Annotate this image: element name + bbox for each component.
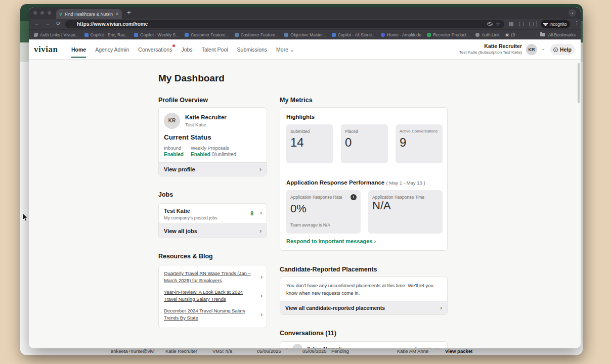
eye-off-icon[interactable] (487, 22, 493, 26)
doc-icon (84, 33, 89, 37)
extension-icon-1[interactable] (509, 22, 513, 26)
arp-heading: Application Response Performance ( May 1… (286, 179, 425, 186)
help-button[interactable]: i Help (550, 44, 575, 55)
address-bar[interactable]: https://www.vivian.com/home ☆ (65, 20, 504, 28)
bookmarks-list: Auth Links | Vivian... Copilot - Eric, R… (34, 32, 515, 37)
bookmark-item[interactable]: Copilot - All Storie... (332, 32, 376, 37)
mouse-cursor (22, 213, 28, 222)
blog-link-row[interactable]: Year-in-Review: A Look Back at 2024 Trav… (164, 289, 263, 303)
respond-messages-link[interactable]: Respond to important messages › (286, 238, 376, 244)
jobs-item-title[interactable]: Test Katie (164, 208, 190, 214)
stat-tile-submitted: Submitted 14 (286, 124, 333, 163)
inbound-value: Enabled (164, 152, 184, 157)
nav-jobs[interactable]: Jobs (181, 39, 192, 60)
bookmark-item[interactable]: Copilot - Weekly S... (134, 32, 179, 37)
bookmarks-divider (537, 32, 537, 37)
tab-strip: V Find Healthcare & Nursing Jo ✕ + ⌄ (29, 7, 581, 19)
blog-link[interactable]: Quarterly Travel RN Wage Trends (Jan – M… (164, 270, 251, 284)
browser-toolbar: ← → ⟳ https://www.vivian.com/home ☆ Inco… (29, 19, 581, 29)
bg-cell-date2: 05/06/2025 (302, 348, 327, 354)
weekly-proposals-label: Weekly Proposals (191, 145, 229, 151)
current-status-heading: Current Status (164, 133, 211, 141)
bookmark-item[interactable]: Objective Master... (284, 32, 326, 37)
chevron-right-icon: › (440, 304, 442, 311)
new-tab-button[interactable]: + (127, 9, 131, 16)
inbound-label: Inbound (164, 145, 181, 151)
bookmark-item[interactable]: Recruiter Product... (427, 32, 470, 37)
profile-subtitle: Test Katie (185, 122, 206, 127)
profile-card: KR Katie Recruiter Test Katie Current St… (158, 107, 267, 176)
placements-message: You don't have any unconfirmed placement… (286, 282, 438, 297)
main-nav: Home Agency Admin Conversations Jobs Tal… (71, 39, 294, 60)
reload-button[interactable]: ⟳ (56, 20, 61, 27)
globe-icon (475, 33, 479, 37)
page-scrollbar[interactable] (578, 63, 580, 103)
info-icon[interactable]: i (351, 194, 357, 200)
chevron-right-icon: › (260, 311, 263, 318)
user-menu-chevron-icon[interactable]: ⌄ (541, 46, 545, 51)
window-zoom-button[interactable] (48, 11, 51, 15)
bookmark-item[interactable]: Customer Feature... (185, 32, 229, 37)
doc-icon (332, 33, 336, 37)
weekly-proposals-value: Enabled 0/unlimited (191, 152, 236, 157)
nav-conversations[interactable]: Conversations (138, 39, 172, 60)
extension-icon-3[interactable] (529, 22, 534, 26)
blog-link-row[interactable]: December 2024 Travel Nursing Salary Tren… (164, 307, 263, 322)
bookmark-item[interactable]: Home - Amplitude (381, 32, 421, 37)
back-button[interactable]: ← (34, 20, 39, 26)
tab-close-icon[interactable]: ✕ (115, 12, 119, 16)
nav-more[interactable]: More ⌄ (276, 39, 294, 60)
blog-link[interactable]: December 2024 Travel Nursing Salary Tren… (164, 307, 251, 322)
nav-agency-admin[interactable]: Agency Admin (95, 39, 129, 60)
bookmarks-bar: Auth Links | Vivian... Copilot - Eric, R… (29, 29, 581, 39)
bookmark-item[interactable]: Auth Link (475, 32, 499, 37)
incognito-label: Incognito (549, 22, 567, 27)
jobs-count-badge: 8 (250, 210, 253, 216)
nav-talent-pool[interactable]: Talent Pool (202, 39, 228, 60)
chevron-right-icon: › (259, 166, 261, 173)
browser-tab[interactable]: V Find Healthcare & Nursing Jo ✕ (56, 9, 122, 19)
vivian-logo[interactable]: vivian (34, 44, 58, 55)
extension-icon-2[interactable] (519, 22, 523, 26)
url-text[interactable]: https://www.vivian.com/home (77, 21, 484, 27)
resources-heading: Resources & Blog (158, 253, 213, 260)
browser-menu-icon[interactable]: ⋮ (574, 20, 579, 26)
stat-tile-active-conversations: Active Conversations 9 (396, 124, 443, 163)
vivian-favicon-icon: V (59, 12, 62, 17)
bookmark-item[interactable]: Copilot - Eric, Rac... (84, 32, 129, 37)
bookmark-item[interactable]: N(9+) Product Role... (505, 32, 515, 37)
conversations-card: Zahra Nemati 1 minute ago (280, 341, 448, 348)
notion-icon: N (505, 33, 509, 37)
unread-dot (172, 44, 175, 47)
nav-submissions[interactable]: Submissions (237, 39, 268, 60)
forward-button[interactable]: → (45, 20, 51, 26)
site-settings-icon[interactable] (69, 23, 74, 26)
bookmark-item[interactable]: Auth Links | Vivian... (34, 32, 79, 37)
view-all-placements-button[interactable]: View all candidate-reported placements › (280, 301, 447, 314)
grid-icon (284, 33, 288, 37)
blog-link[interactable]: Year-in-Review: A Look Back at 2024 Trav… (164, 289, 251, 303)
bookmark-star-icon[interactable]: ☆ (496, 21, 500, 27)
conversation-name[interactable]: Zahra Nemati (307, 346, 342, 348)
user-info: Katie Recruiter Test Katie (Subscription… (459, 43, 522, 55)
profile-name: Katie Recruiter (185, 114, 227, 120)
window-close-button[interactable] (33, 11, 37, 15)
tab-search-button[interactable]: ⌄ (569, 9, 576, 17)
jobs-card: Test Katie My company's posted jobs 8 › … (158, 203, 267, 238)
nav-home[interactable]: Home (71, 39, 86, 60)
view-packet-link[interactable]: View packet (445, 348, 472, 354)
bookmark-item[interactable]: Customer Feature... (235, 32, 279, 37)
view-profile-button[interactable]: View profile › (159, 162, 267, 176)
avatar[interactable]: KR (526, 44, 537, 55)
user-name: Katie Recruiter (459, 43, 522, 49)
page-title: My Dashboard (158, 73, 225, 84)
blog-link-row[interactable]: Quarterly Travel RN Wage Trends (Jan – M… (164, 270, 263, 284)
all-bookmarks-button[interactable]: All Bookmarks (537, 32, 576, 37)
response-rate-tile: Application Response Rate i 0% Team aver… (286, 190, 361, 234)
incognito-icon (544, 22, 547, 26)
view-all-jobs-button[interactable]: View all jobs › (159, 223, 267, 238)
amplitude-icon (381, 33, 385, 37)
jobs-heading: Jobs (158, 191, 173, 198)
chevron-right-icon: › (260, 209, 262, 216)
window-minimize-button[interactable] (40, 11, 44, 15)
